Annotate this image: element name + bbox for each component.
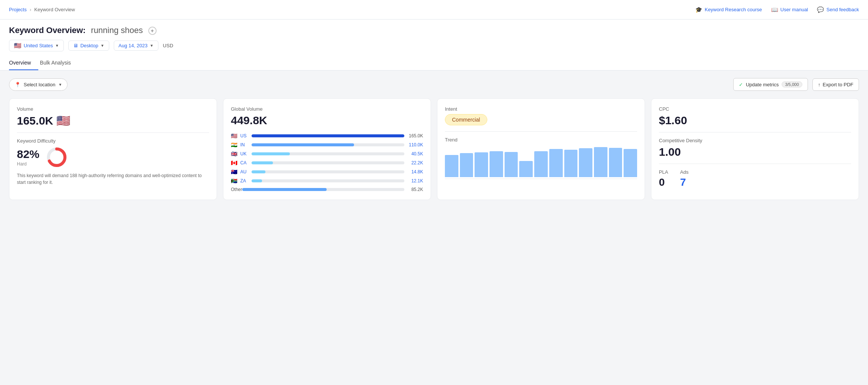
top-bar: Projects › Keyword Overview 🎓 Keyword Re… <box>0 0 868 20</box>
send-feedback-label: Send feedback <box>826 7 859 12</box>
volume-value: 165.0K 🇺🇸 <box>17 114 209 127</box>
us-flag-icon: 🇺🇸 <box>14 42 21 49</box>
kd-donut <box>45 146 68 168</box>
country-code[interactable]: CA <box>240 160 249 165</box>
trend-bars <box>445 147 637 177</box>
country-code[interactable]: UK <box>240 151 249 156</box>
tabs: Overview Bulk Analysis <box>9 56 859 70</box>
trend-bar <box>475 152 488 177</box>
trend-bar <box>505 152 518 177</box>
device-filter[interactable]: 🖥 Desktop ▼ <box>68 41 109 51</box>
country-flag-icon: 🇨🇦 <box>231 160 237 166</box>
other-bar-fill <box>242 188 327 191</box>
breadcrumb-current: Keyword Overview <box>34 7 75 12</box>
breadcrumb-separator: › <box>30 7 31 12</box>
country-code[interactable]: AU <box>240 169 249 174</box>
toolbar: 📍 Select location ▼ ✓ Update metrics 3/5… <box>9 78 859 91</box>
graduation-cap-icon: 🎓 <box>695 6 702 13</box>
global-volume-card: Global Volume 449.8K 🇺🇸 US 165.0K 🇮🇳 IN … <box>223 98 431 200</box>
send-feedback-link[interactable]: 💬 Send feedback <box>817 6 859 13</box>
country-filter[interactable]: 🇺🇸 United States ▼ <box>9 40 64 51</box>
country-rows: 🇺🇸 US 165.0K 🇮🇳 IN 110.0K 🇬🇧 UK 40.5K 🇨🇦… <box>231 133 423 184</box>
country-row: 🇿🇦 ZA 12.1K <box>231 178 423 184</box>
ads-value: 7 <box>680 176 689 188</box>
tab-bulk-analysis[interactable]: Bulk Analysis <box>38 56 78 70</box>
breadcrumb-projects[interactable]: Projects <box>9 7 27 12</box>
intent-badge-wrapper: Commercial <box>445 114 637 125</box>
country-bar-bg <box>252 143 404 146</box>
volume-kd-card: Volume 165.0K 🇺🇸 Keyword Difficulty 82% … <box>9 98 217 200</box>
country-flag-icon: 🇦🇺 <box>231 169 237 175</box>
intent-badge: Commercial <box>445 114 487 125</box>
trend-bar <box>564 150 578 177</box>
country-bar-bg <box>252 134 404 137</box>
keyword-research-course-link[interactable]: 🎓 Keyword Research course <box>695 6 762 13</box>
select-location-button[interactable]: 📍 Select location ▼ <box>9 78 68 91</box>
trend-bar <box>490 151 503 177</box>
ads-label: Ads <box>680 169 689 175</box>
user-manual-label: User manual <box>781 7 808 12</box>
kd-row: 82% Hard <box>17 146 209 168</box>
country-flag-icon: 🇬🇧 <box>231 151 237 157</box>
kd-label: Keyword Difficulty <box>17 138 209 144</box>
cards-row: Volume 165.0K 🇺🇸 Keyword Difficulty 82% … <box>9 98 859 200</box>
trend-bar <box>460 153 473 177</box>
chevron-down-icon-2: ▼ <box>101 44 104 48</box>
country-bar-bg <box>252 161 404 164</box>
country-row: 🇬🇧 UK 40.5K <box>231 151 423 157</box>
trend-bar <box>445 155 458 177</box>
pla-item: PLA 0 <box>659 169 668 188</box>
kd-description: This keyword will demand 188 high-author… <box>17 172 209 186</box>
export-pdf-button[interactable]: ↑ Export to PDF <box>812 78 859 91</box>
country-bar-bg <box>252 179 404 182</box>
metrics-badge: 3/5,000 <box>782 81 802 87</box>
add-keyword-button[interactable]: + <box>148 27 157 35</box>
date-filter[interactable]: Aug 14, 2023 ▼ <box>114 41 158 51</box>
chevron-down-icon-3: ▼ <box>150 44 154 48</box>
user-manual-link[interactable]: 📖 User manual <box>771 6 808 13</box>
page-title-keyword: running shoes <box>91 26 143 35</box>
chevron-down-icon: ▼ <box>55 44 59 48</box>
country-row: 🇦🇺 AU 14.8K <box>231 169 423 175</box>
country-code[interactable]: US <box>240 133 249 138</box>
toolbar-right: ✓ Update metrics 3/5,000 ↑ Export to PDF <box>733 78 859 91</box>
country-row: 🇺🇸 US 165.0K <box>231 133 423 139</box>
country-row: 🇮🇳 IN 110.0K <box>231 142 423 148</box>
export-icon: ↑ <box>818 82 821 87</box>
us-flag-volume-icon: 🇺🇸 <box>56 114 70 127</box>
update-metrics-button[interactable]: ✓ Update metrics 3/5,000 <box>733 78 808 91</box>
country-bar-fill <box>252 152 290 155</box>
card-divider-4 <box>659 164 851 164</box>
country-bar-bg <box>252 152 404 155</box>
country-row: 🇨🇦 CA 22.2K <box>231 160 423 166</box>
country-label: United States <box>24 43 53 48</box>
country-flag-icon: 🇮🇳 <box>231 142 237 148</box>
cd-label: Competitive Density <box>659 138 851 143</box>
page-title: Keyword Overview: running shoes + <box>9 26 859 35</box>
other-label: Other <box>231 187 239 192</box>
country-flag-icon: 🇿🇦 <box>231 178 237 184</box>
country-code[interactable]: IN <box>240 142 249 147</box>
other-value: 85.2K <box>407 187 423 192</box>
cpc-label: CPC <box>659 106 851 112</box>
page-title-prefix: Keyword Overview: <box>9 26 86 35</box>
trend-bar <box>624 149 637 177</box>
tab-overview[interactable]: Overview <box>9 56 38 70</box>
kd-sublabel: Hard <box>17 161 39 167</box>
main-header: Keyword Overview: running shoes + 🇺🇸 Uni… <box>0 20 868 71</box>
country-bar-fill <box>252 143 354 146</box>
location-pin-icon: 📍 <box>15 82 21 87</box>
card-divider-2 <box>445 131 637 132</box>
country-value: 14.8K <box>407 169 423 174</box>
cpc-value: $1.60 <box>659 114 851 127</box>
check-icon: ✓ <box>739 82 743 87</box>
country-bar-fill <box>252 179 262 182</box>
filter-row: 🇺🇸 United States ▼ 🖥 Desktop ▼ Aug 14, 2… <box>9 40 859 51</box>
breadcrumb: Projects › Keyword Overview <box>9 7 75 12</box>
country-code[interactable]: ZA <box>240 178 249 183</box>
trend-bar <box>534 151 548 177</box>
export-label: Export to PDF <box>823 82 853 87</box>
volume-label: Volume <box>17 106 209 112</box>
country-value: 165.0K <box>407 133 423 138</box>
device-label: Desktop <box>80 43 98 48</box>
